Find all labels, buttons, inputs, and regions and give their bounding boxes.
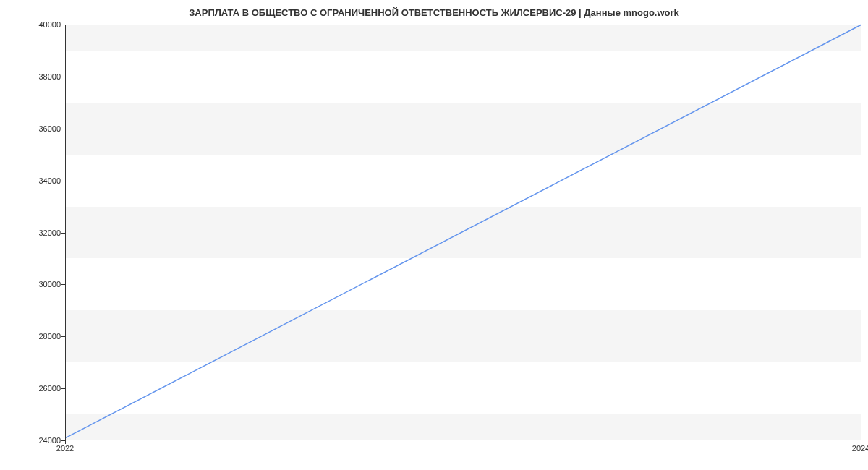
y-tick-label: 32000 bbox=[3, 228, 61, 237]
y-tick-mark bbox=[61, 336, 65, 337]
chart-title: ЗАРПЛАТА В ОБЩЕСТВО С ОГРАНИЧЕННОЙ ОТВЕТ… bbox=[0, 0, 868, 22]
chart-line bbox=[66, 25, 861, 440]
plot-area bbox=[65, 25, 861, 440]
x-tick-mark bbox=[861, 440, 861, 444]
x-tick-mark bbox=[65, 440, 66, 444]
y-tick-label: 26000 bbox=[3, 384, 61, 393]
y-tick-mark bbox=[61, 77, 65, 77]
x-tick-label: 2022 bbox=[56, 444, 74, 453]
chart-plot bbox=[65, 25, 861, 440]
y-tick-label: 36000 bbox=[3, 124, 61, 133]
y-tick-mark bbox=[61, 129, 65, 129]
y-tick-label: 38000 bbox=[3, 72, 61, 81]
y-tick-mark bbox=[61, 388, 65, 389]
y-tick-mark bbox=[61, 25, 65, 25]
y-tick-mark bbox=[61, 181, 65, 181]
y-tick-label: 40000 bbox=[3, 20, 61, 29]
y-tick-label: 24000 bbox=[3, 436, 61, 445]
y-tick-mark bbox=[61, 284, 65, 285]
x-tick-label: 2024 bbox=[852, 444, 868, 453]
y-tick-mark bbox=[61, 233, 65, 234]
y-tick-label: 28000 bbox=[3, 332, 61, 341]
y-tick-label: 34000 bbox=[3, 176, 61, 185]
y-tick-label: 30000 bbox=[3, 280, 61, 289]
